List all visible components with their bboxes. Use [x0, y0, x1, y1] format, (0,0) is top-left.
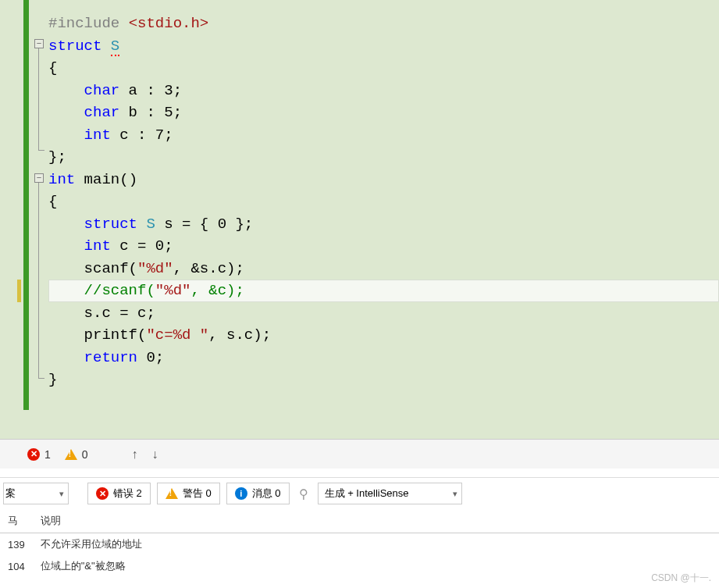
status-value: 1	[44, 448, 51, 461]
column-description[interactable]: 说明	[33, 509, 719, 533]
fold-guide	[38, 183, 39, 378]
fold-guide	[38, 48, 39, 150]
table-row[interactable]: 104位域上的"&"被忽略	[0, 555, 719, 577]
status-warning-count[interactable]: 0	[65, 448, 88, 461]
table-header: 马 说明	[0, 509, 719, 533]
table-row[interactable]: 139不允许采用位域的地址	[0, 533, 719, 556]
status-error-count[interactable]: ✕ 1	[27, 448, 51, 461]
build-dropdown[interactable]: 生成 + IntelliSense	[318, 483, 462, 504]
next-arrow-icon[interactable]: ↓	[152, 447, 158, 461]
scope-dropdown[interactable]: 案	[3, 483, 69, 504]
info-icon: i	[235, 487, 247, 500]
warning-icon	[65, 449, 77, 460]
error-list-table: 马 说明 139不允许采用位域的地址104位域上的"&"被忽略	[0, 509, 719, 577]
watermark: CSDN @十一.	[651, 572, 711, 585]
fold-icon[interactable]: −	[34, 39, 44, 48]
messages-filter-button[interactable]: i 消息 0	[226, 483, 290, 504]
code-editor[interactable]: − − #include <stdio.h>struct S{ char a :…	[0, 0, 719, 439]
prev-arrow-icon[interactable]: ↑	[132, 447, 138, 461]
fold-icon[interactable]: −	[34, 173, 44, 183]
filter-icon[interactable]: ⚲	[296, 486, 311, 501]
code-content[interactable]: #include <stdio.h>struct S{ char a : 3; …	[48, 0, 719, 439]
current-line-marker	[17, 280, 21, 302]
warning-icon	[166, 488, 178, 499]
errors-filter-button[interactable]: ✕ 错误 2	[87, 483, 151, 504]
error-list-toolbar: 案 ✕ 错误 2 警告 0 i 消息 0 ⚲ 生成 + IntelliSense	[0, 478, 719, 509]
error-icon: ✕	[27, 448, 40, 461]
column-code[interactable]: 马	[0, 509, 33, 533]
editor-gutter: − −	[0, 0, 48, 439]
editor-statusbar: ✕ 1 0 ↑ ↓	[0, 439, 719, 469]
error-icon: ✕	[96, 487, 109, 500]
status-value: 0	[82, 448, 88, 461]
warnings-filter-button[interactable]: 警告 0	[157, 483, 220, 504]
